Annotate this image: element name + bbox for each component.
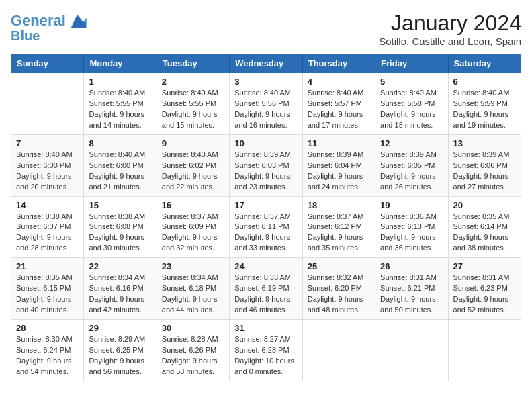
day-info: Sunrise: 8:40 AMSunset: 5:57 PMDaylight:… xyxy=(308,88,370,131)
calendar-cell xyxy=(11,73,84,135)
day-number: 27 xyxy=(453,261,516,271)
day-number: 30 xyxy=(162,323,224,333)
day-info: Sunrise: 8:34 AMSunset: 6:16 PMDaylight:… xyxy=(89,273,151,316)
calendar-cell: 25Sunrise: 8:32 AMSunset: 6:20 PMDayligh… xyxy=(302,258,375,320)
day-number: 31 xyxy=(234,323,297,333)
day-info: Sunrise: 8:35 AMSunset: 6:15 PMDaylight:… xyxy=(16,273,79,316)
day-info: Sunrise: 8:38 AMSunset: 6:08 PMDaylight:… xyxy=(89,212,151,255)
day-number: 12 xyxy=(380,138,443,148)
calendar-cell: 31Sunrise: 8:27 AMSunset: 6:28 PMDayligh… xyxy=(230,320,302,381)
day-info: Sunrise: 8:40 AMSunset: 6:00 PMDaylight:… xyxy=(16,150,79,193)
calendar-cell: 18Sunrise: 8:37 AMSunset: 6:12 PMDayligh… xyxy=(302,196,375,258)
calendar-cell: 21Sunrise: 8:35 AMSunset: 6:15 PMDayligh… xyxy=(11,258,84,320)
weekday-header-tuesday: Tuesday xyxy=(157,54,229,73)
calendar-cell: 24Sunrise: 8:33 AMSunset: 6:19 PMDayligh… xyxy=(230,258,302,320)
logo: General Blue xyxy=(11,11,87,43)
day-number: 4 xyxy=(308,77,370,87)
day-info: Sunrise: 8:27 AMSunset: 6:28 PMDaylight:… xyxy=(234,334,297,377)
day-number: 21 xyxy=(16,261,79,271)
day-info: Sunrise: 8:34 AMSunset: 6:18 PMDaylight:… xyxy=(162,273,224,316)
calendar-cell: 7Sunrise: 8:40 AMSunset: 6:00 PMDaylight… xyxy=(11,134,84,196)
calendar-cell: 5Sunrise: 8:40 AMSunset: 5:58 PMDaylight… xyxy=(375,73,448,135)
day-number: 24 xyxy=(234,261,297,271)
day-info: Sunrise: 8:39 AMSunset: 6:03 PMDaylight:… xyxy=(234,150,297,193)
day-number: 18 xyxy=(308,200,370,210)
calendar-cell: 8Sunrise: 8:40 AMSunset: 6:00 PMDaylight… xyxy=(84,134,157,196)
calendar-cell: 14Sunrise: 8:38 AMSunset: 6:07 PMDayligh… xyxy=(11,196,84,258)
calendar-cell: 30Sunrise: 8:28 AMSunset: 6:26 PMDayligh… xyxy=(157,320,229,381)
day-number: 20 xyxy=(453,200,516,210)
calendar-week-5: 28Sunrise: 8:30 AMSunset: 6:24 PMDayligh… xyxy=(11,320,521,381)
day-info: Sunrise: 8:40 AMSunset: 5:55 PMDaylight:… xyxy=(162,88,224,131)
calendar-cell: 13Sunrise: 8:39 AMSunset: 6:06 PMDayligh… xyxy=(448,134,521,196)
day-number: 6 xyxy=(453,77,516,87)
day-info: Sunrise: 8:35 AMSunset: 6:14 PMDaylight:… xyxy=(453,212,516,255)
weekday-header-sunday: Sunday xyxy=(11,54,84,73)
day-info: Sunrise: 8:31 AMSunset: 6:23 PMDaylight:… xyxy=(453,273,516,316)
day-number: 3 xyxy=(234,77,297,87)
day-number: 25 xyxy=(308,261,370,271)
calendar-week-1: 1Sunrise: 8:40 AMSunset: 5:55 PMDaylight… xyxy=(11,73,521,135)
day-number: 10 xyxy=(234,138,297,148)
title-area: January 2024 Sotillo, Castille and Leon,… xyxy=(379,11,521,47)
calendar-cell: 2Sunrise: 8:40 AMSunset: 5:55 PMDaylight… xyxy=(157,73,229,135)
calendar-cell: 29Sunrise: 8:29 AMSunset: 6:25 PMDayligh… xyxy=(84,320,157,381)
day-info: Sunrise: 8:40 AMSunset: 6:00 PMDaylight:… xyxy=(89,150,151,193)
day-number: 15 xyxy=(89,200,151,210)
calendar-cell xyxy=(375,320,448,381)
day-number: 26 xyxy=(380,261,443,271)
calendar-cell: 6Sunrise: 8:40 AMSunset: 5:59 PMDaylight… xyxy=(448,73,521,135)
logo-icon xyxy=(67,11,87,31)
day-info: Sunrise: 8:33 AMSunset: 6:19 PMDaylight:… xyxy=(234,273,297,316)
day-info: Sunrise: 8:40 AMSunset: 5:55 PMDaylight:… xyxy=(89,88,151,131)
calendar-cell: 12Sunrise: 8:39 AMSunset: 6:05 PMDayligh… xyxy=(375,134,448,196)
day-info: Sunrise: 8:40 AMSunset: 5:56 PMDaylight:… xyxy=(234,88,297,131)
calendar-cell: 9Sunrise: 8:40 AMSunset: 6:02 PMDaylight… xyxy=(157,134,229,196)
weekday-header-row: SundayMondayTuesdayWednesdayThursdayFrid… xyxy=(11,54,521,73)
day-info: Sunrise: 8:30 AMSunset: 6:24 PMDaylight:… xyxy=(16,334,79,377)
day-info: Sunrise: 8:31 AMSunset: 6:21 PMDaylight:… xyxy=(380,273,443,316)
day-number: 14 xyxy=(16,200,79,210)
day-number: 19 xyxy=(380,200,443,210)
calendar-cell: 20Sunrise: 8:35 AMSunset: 6:14 PMDayligh… xyxy=(448,196,521,258)
day-info: Sunrise: 8:37 AMSunset: 6:11 PMDaylight:… xyxy=(234,212,297,255)
calendar-cell: 17Sunrise: 8:37 AMSunset: 6:11 PMDayligh… xyxy=(230,196,302,258)
day-info: Sunrise: 8:40 AMSunset: 5:58 PMDaylight:… xyxy=(380,88,443,131)
weekday-header-thursday: Thursday xyxy=(302,54,375,73)
calendar-cell: 26Sunrise: 8:31 AMSunset: 6:21 PMDayligh… xyxy=(375,258,448,320)
logo-text: General xyxy=(11,13,66,29)
day-info: Sunrise: 8:39 AMSunset: 6:04 PMDaylight:… xyxy=(308,150,370,193)
day-info: Sunrise: 8:40 AMSunset: 6:02 PMDaylight:… xyxy=(162,150,224,193)
calendar-cell: 28Sunrise: 8:30 AMSunset: 6:24 PMDayligh… xyxy=(11,320,84,381)
calendar-cell: 15Sunrise: 8:38 AMSunset: 6:08 PMDayligh… xyxy=(84,196,157,258)
day-number: 1 xyxy=(89,77,151,87)
calendar-cell: 10Sunrise: 8:39 AMSunset: 6:03 PMDayligh… xyxy=(230,134,302,196)
day-info: Sunrise: 8:29 AMSunset: 6:25 PMDaylight:… xyxy=(89,334,151,377)
calendar-cell: 11Sunrise: 8:39 AMSunset: 6:04 PMDayligh… xyxy=(302,134,375,196)
day-info: Sunrise: 8:37 AMSunset: 6:12 PMDaylight:… xyxy=(308,212,370,255)
calendar-cell: 1Sunrise: 8:40 AMSunset: 5:55 PMDaylight… xyxy=(84,73,157,135)
calendar-cell: 16Sunrise: 8:37 AMSunset: 6:09 PMDayligh… xyxy=(157,196,229,258)
calendar-cell: 23Sunrise: 8:34 AMSunset: 6:18 PMDayligh… xyxy=(157,258,229,320)
day-info: Sunrise: 8:40 AMSunset: 5:59 PMDaylight:… xyxy=(453,88,516,131)
day-info: Sunrise: 8:28 AMSunset: 6:26 PMDaylight:… xyxy=(162,334,224,377)
day-number: 13 xyxy=(453,138,516,148)
calendar-week-3: 14Sunrise: 8:38 AMSunset: 6:07 PMDayligh… xyxy=(11,196,521,258)
calendar-week-4: 21Sunrise: 8:35 AMSunset: 6:15 PMDayligh… xyxy=(11,258,521,320)
day-info: Sunrise: 8:39 AMSunset: 6:06 PMDaylight:… xyxy=(453,150,516,193)
day-info: Sunrise: 8:32 AMSunset: 6:20 PMDaylight:… xyxy=(308,273,370,316)
calendar-cell: 3Sunrise: 8:40 AMSunset: 5:56 PMDaylight… xyxy=(230,73,302,135)
calendar-cell: 19Sunrise: 8:36 AMSunset: 6:13 PMDayligh… xyxy=(375,196,448,258)
calendar-table: SundayMondayTuesdayWednesdayThursdayFrid… xyxy=(11,54,521,381)
weekday-header-friday: Friday xyxy=(375,54,448,73)
day-number: 17 xyxy=(234,200,297,210)
day-number: 28 xyxy=(16,323,79,333)
day-number: 29 xyxy=(89,323,151,333)
day-number: 23 xyxy=(162,261,224,271)
day-number: 5 xyxy=(380,77,443,87)
calendar-cell xyxy=(302,320,375,381)
calendar-cell xyxy=(448,320,521,381)
calendar-week-2: 7Sunrise: 8:40 AMSunset: 6:00 PMDaylight… xyxy=(11,134,521,196)
day-number: 16 xyxy=(162,200,224,210)
calendar-cell: 27Sunrise: 8:31 AMSunset: 6:23 PMDayligh… xyxy=(448,258,521,320)
